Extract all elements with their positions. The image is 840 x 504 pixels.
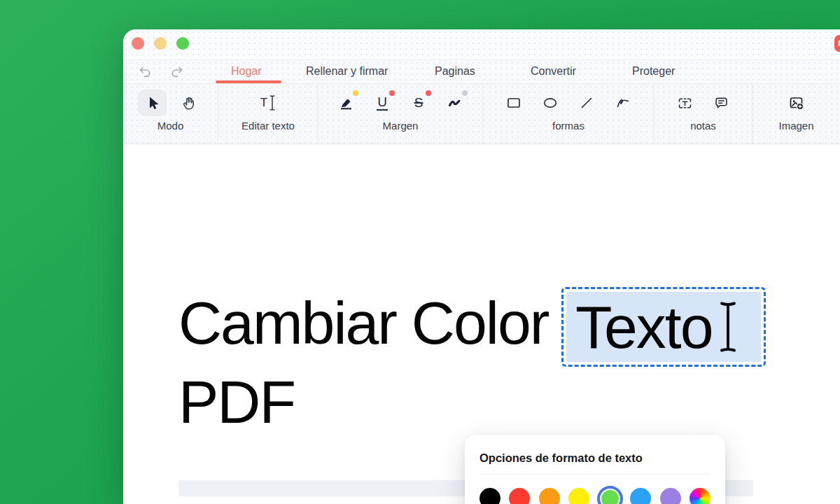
- menu-bar: Hogar Rellenar y firmar Paginas Converti…: [123, 59, 840, 83]
- title-bar: P: [123, 29, 840, 59]
- color-swatch-red[interactable]: [509, 488, 530, 504]
- cursor-arrow-icon: [145, 95, 160, 111]
- selected-word[interactable]: Texto: [566, 292, 713, 362]
- text-format-panel: Opciones de formato de texto Segoe UI: [465, 435, 725, 504]
- strikethrough-text-button[interactable]: S: [405, 90, 433, 116]
- toolbar-group-formas: formas: [483, 84, 654, 144]
- comment-note-button[interactable]: [707, 90, 736, 116]
- tab-convertir[interactable]: Convertir: [531, 65, 576, 78]
- tab-hogar[interactable]: Hogar: [231, 65, 262, 78]
- toolbar-group-editar-texto: T Editar texto: [218, 84, 318, 144]
- corner-badge: P: [834, 35, 840, 52]
- marker-icon: [447, 95, 463, 111]
- heading-line-1[interactable]: Cambiar Color: [178, 284, 548, 361]
- text-selection-box[interactable]: Texto: [561, 287, 766, 367]
- notification-dot: [462, 90, 468, 96]
- toolbar-group-imagen: Imagen: [752, 84, 840, 144]
- notification-dot: [389, 90, 395, 96]
- close-window-button[interactable]: [132, 37, 144, 50]
- group-label-notas: notas: [690, 120, 716, 132]
- color-swatch-orange[interactable]: [539, 488, 560, 504]
- color-swatch-rainbow[interactable]: [690, 488, 710, 504]
- undo-icon: [137, 65, 153, 79]
- scribble-icon: [615, 95, 631, 111]
- minimize-window-button[interactable]: [154, 37, 167, 50]
- freehand-draw-button[interactable]: [609, 90, 638, 116]
- color-swatch-blue[interactable]: [630, 488, 651, 504]
- app-window: P Hogar Rellenar y firmar Paginas Conver…: [123, 29, 840, 504]
- undo-button[interactable]: [136, 64, 154, 80]
- redo-button[interactable]: [168, 64, 186, 80]
- group-label-editar-texto: Editar texto: [241, 120, 295, 132]
- highlighter-icon: [339, 96, 354, 111]
- hand-mode-button[interactable]: [174, 90, 203, 116]
- zoom-window-button[interactable]: [176, 37, 189, 50]
- text-selection-highlight: Texto: [566, 292, 761, 362]
- document-canvas: Cambiar Color Texto PDF Opciones de form…: [123, 144, 840, 504]
- rectangle-icon: [506, 95, 522, 111]
- color-swatch-row: [479, 486, 710, 504]
- text-box-note-button[interactable]: [671, 90, 699, 116]
- select-mode-button[interactable]: [138, 90, 167, 116]
- strikethrough-icon: S: [414, 95, 424, 111]
- hand-icon: [181, 95, 197, 111]
- marker-button[interactable]: [441, 90, 470, 116]
- comment-icon: [713, 95, 729, 111]
- edit-text-button[interactable]: T: [254, 90, 283, 116]
- color-swatch-purple[interactable]: [660, 488, 681, 504]
- color-swatch-yellow[interactable]: [568, 488, 589, 504]
- group-label-margen: Margen: [383, 120, 419, 132]
- text-cursor-icon: [718, 300, 738, 354]
- group-label-imagen: Imagen: [778, 120, 813, 132]
- active-tab-underline: [216, 80, 281, 83]
- toolbar-group-notas: notas: [654, 84, 752, 144]
- toolbar: Modo T Editar texto: [123, 83, 840, 144]
- ellipse-shape-button[interactable]: [536, 90, 565, 116]
- underline-text-button[interactable]: U: [368, 90, 397, 116]
- toolbar-group-modo: Modo: [123, 84, 218, 144]
- format-panel-title: Opciones de formato de texto: [479, 451, 710, 465]
- tab-paginas[interactable]: Paginas: [435, 65, 475, 78]
- text-edit-icon: T: [260, 94, 276, 112]
- line-icon: [579, 95, 594, 111]
- toolbar-group-margen: U S Margen: [318, 84, 483, 144]
- image-add-icon: [788, 95, 805, 111]
- group-label-formas: formas: [552, 120, 584, 132]
- redo-icon: [169, 65, 185, 79]
- tab-proteger[interactable]: Proteger: [632, 65, 675, 78]
- color-swatch-green-selected[interactable]: [601, 490, 619, 504]
- color-swatch-black[interactable]: [479, 488, 500, 504]
- notification-dot: [353, 90, 358, 96]
- ellipse-icon: [542, 95, 558, 111]
- panel-divider: [479, 474, 710, 475]
- tab-rellenar-y-firmar[interactable]: Rellenar y firmar: [306, 65, 388, 78]
- underline-icon: U: [377, 95, 388, 111]
- highlight-button[interactable]: [332, 90, 360, 116]
- add-image-button[interactable]: [782, 90, 811, 116]
- line-shape-button[interactable]: [573, 90, 601, 116]
- group-label-modo: Modo: [158, 120, 184, 132]
- rectangle-shape-button[interactable]: [500, 90, 528, 116]
- text-note-icon: [677, 96, 693, 111]
- notification-dot: [426, 90, 431, 96]
- heading-line-2[interactable]: PDF: [178, 363, 295, 440]
